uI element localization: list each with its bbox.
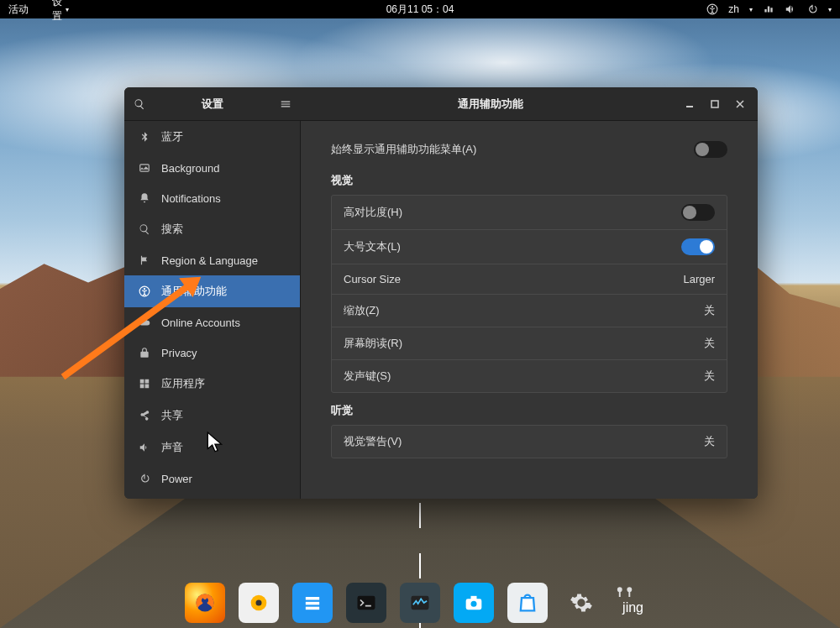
sidebar-item-search[interactable]: 搜索 <box>124 213 300 245</box>
row-value: 关 <box>704 369 715 384</box>
search-button[interactable] <box>124 87 155 121</box>
row-label: 屏幕朗读(R) <box>344 336 402 351</box>
dock-item-files[interactable] <box>292 583 333 623</box>
mouse-cursor <box>207 432 225 458</box>
svg-rect-3 <box>711 101 718 107</box>
always-show-menu-label: 始终显示通用辅助功能菜单(A) <box>331 142 476 157</box>
svg-point-19 <box>627 587 632 592</box>
input-dropdown-icon: ▾ <box>749 6 753 13</box>
row-label: 大号文本(L) <box>344 239 401 254</box>
large-text-row[interactable]: 大号文本(L) <box>332 230 727 264</box>
sidebar-item-privacy[interactable]: Privacy <box>124 338 300 368</box>
firefox-icon <box>193 591 217 615</box>
sidebar-item-label: Background <box>161 162 219 175</box>
row-label: 高对比度(H) <box>344 205 402 220</box>
dock-item-jing[interactable]: jing <box>615 583 655 623</box>
titlebar: 设置 通用辅助功能 <box>124 87 758 121</box>
screen-reader-row[interactable]: 屏幕朗读(R) 关 <box>332 327 727 360</box>
content-title: 通用辅助功能 <box>301 97 680 112</box>
volume-icon <box>138 441 151 454</box>
row-label: Cursor Size <box>344 273 401 285</box>
sidebar-item-sharing[interactable]: 共享 <box>124 400 300 432</box>
dropdown-triangle-icon: ▾ <box>66 6 69 13</box>
lock-icon <box>138 346 151 359</box>
dock-item-settings[interactable] <box>561 583 601 623</box>
high-contrast-toggle[interactable] <box>681 204 715 221</box>
row-value: 关 <box>704 434 715 449</box>
svg-point-1 <box>711 6 713 8</box>
sidebar-item-applications[interactable]: 应用程序 <box>124 368 300 400</box>
svg-rect-11 <box>306 602 319 605</box>
vision-panel: 高对比度(H) 大号文本(L) Cursor Size Larger 缩放(Z)… <box>331 195 727 393</box>
background-icon <box>138 161 151 175</box>
share-icon <box>138 409 151 422</box>
svg-rect-12 <box>306 607 319 610</box>
bluetooth-icon <box>138 130 151 144</box>
sidebar-item-label: Privacy <box>161 347 197 359</box>
topbar: 活动 设置 ▾ 06月11 05：04 zh ▾ ▾ <box>0 0 840 18</box>
cursor-size-row[interactable]: Cursor Size Larger <box>332 264 727 295</box>
hamburger-icon <box>280 98 291 110</box>
sidebar-item-notifications[interactable]: Notifications <box>124 183 300 213</box>
dock: jing <box>185 583 655 623</box>
svg-point-6 <box>144 288 145 290</box>
search-icon <box>134 98 145 110</box>
bell-icon <box>138 191 151 205</box>
large-text-toggle[interactable] <box>681 238 715 255</box>
dock-item-terminal[interactable] <box>346 583 386 623</box>
sidebar-item-label: 蓝牙 <box>161 129 183 144</box>
close-button[interactable] <box>731 95 749 113</box>
content-area: 始终显示通用辅助功能菜单(A) 视觉 高对比度(H) 大号文本(L) Curso… <box>301 121 758 499</box>
hearing-section-label: 听觉 <box>331 403 727 418</box>
dock-item-software[interactable] <box>507 583 548 623</box>
dock-item-screenshot[interactable] <box>454 583 494 623</box>
speaker-icon <box>247 591 270 615</box>
high-contrast-row[interactable]: 高对比度(H) <box>332 196 727 230</box>
terminal-icon <box>354 591 378 615</box>
dock-item-system-monitor[interactable] <box>400 583 440 623</box>
sidebar-title: 设置 <box>155 97 270 112</box>
power-icon[interactable] <box>806 3 818 15</box>
gear-icon <box>570 591 593 615</box>
svg-point-16 <box>471 601 477 607</box>
network-icon[interactable] <box>763 3 774 15</box>
app-menu[interactable]: 设置 ▾ <box>39 0 69 24</box>
dock-item-rhythmbox[interactable] <box>239 583 279 623</box>
row-value: 关 <box>704 303 715 318</box>
row-label: 视觉警告(V) <box>344 434 402 449</box>
maximize-button[interactable] <box>706 95 724 113</box>
accessibility-icon <box>138 285 151 298</box>
visual-alerts-row[interactable]: 视觉警告(V) 关 <box>332 426 727 458</box>
input-method[interactable]: zh <box>728 3 739 15</box>
always-show-menu-toggle[interactable] <box>694 141 727 158</box>
sidebar-item-label: 共享 <box>161 408 183 423</box>
volume-icon[interactable] <box>785 3 796 15</box>
sidebar-item-accessibility[interactable]: 通用辅助功能 <box>124 275 300 307</box>
sidebar-item-bluetooth[interactable]: 蓝牙 <box>124 121 300 153</box>
menu-button[interactable] <box>270 87 301 121</box>
zoom-row[interactable]: 缩放(Z) 关 <box>332 295 727 327</box>
sidebar-item-background[interactable]: Background <box>124 153 300 183</box>
system-dropdown-icon: ▾ <box>828 6 832 13</box>
vision-section-label: 视觉 <box>331 173 727 188</box>
svg-point-18 <box>617 587 622 592</box>
power-icon <box>138 472 151 485</box>
activities-button[interactable]: 活动 <box>8 3 29 17</box>
svg-rect-17 <box>471 596 477 600</box>
clock[interactable]: 06月11 05：04 <box>386 3 454 17</box>
close-icon <box>736 100 744 108</box>
row-value: 关 <box>704 336 715 351</box>
sidebar-item-label: Region & Language <box>161 254 258 267</box>
sidebar-item-label: Power <box>161 473 192 485</box>
svg-point-9 <box>256 600 262 606</box>
sidebar-item-region[interactable]: Region & Language <box>124 245 300 275</box>
sidebar-item-power[interactable]: Power <box>124 463 300 494</box>
shopping-bag-icon <box>516 591 539 615</box>
row-value: Larger <box>683 273 715 285</box>
accessibility-icon[interactable] <box>706 3 718 15</box>
dock-item-firefox[interactable] <box>185 583 225 623</box>
minimize-button[interactable] <box>680 95 699 113</box>
sound-keys-row[interactable]: 发声键(S) 关 <box>332 360 727 392</box>
sidebar-item-label: Notifications <box>161 192 221 205</box>
sidebar-item-label: 搜索 <box>161 222 183 237</box>
